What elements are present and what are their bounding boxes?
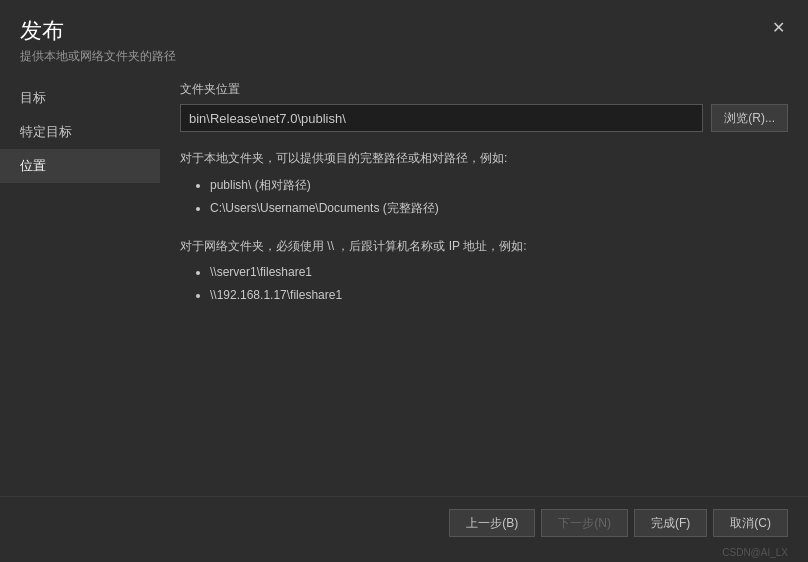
close-button[interactable]: ✕ xyxy=(768,18,788,38)
prev-button[interactable]: 上一步(B) xyxy=(449,509,535,537)
sidebar-item-location-label: 位置 xyxy=(20,158,46,173)
publish-dialog: 发布 提供本地或网络文件夹的路径 ✕ 目标 特定目标 位置 文件夹位置 浏览(R… xyxy=(0,0,808,562)
hint2-item-2: \\192.168.1.17\fileshare1 xyxy=(210,284,788,307)
local-folder-hint: 对于本地文件夹，可以提供项目的完整路径或相对路径，例如: publish\ (相… xyxy=(180,148,788,219)
dialog-subtitle: 提供本地或网络文件夹的路径 xyxy=(20,48,176,65)
hint1-item-2: C:\Users\Username\Documents (完整路径) xyxy=(210,197,788,220)
hint2-intro: 对于网络文件夹，必须使用 \\ ，后跟计算机名称或 IP 地址，例如: xyxy=(180,239,526,253)
main-content: 文件夹位置 浏览(R)... 对于本地文件夹，可以提供项目的完整路径或相对路径，… xyxy=(160,81,808,496)
cancel-button[interactable]: 取消(C) xyxy=(713,509,788,537)
sidebar-item-target[interactable]: 目标 xyxy=(0,81,160,115)
hint2-list: \\server1\fileshare1 \\192.168.1.17\file… xyxy=(180,261,788,307)
hint1-intro: 对于本地文件夹，可以提供项目的完整路径或相对路径，例如: xyxy=(180,151,507,165)
dialog-body: 目标 特定目标 位置 文件夹位置 浏览(R)... 对于本地文件夹，可以提供项目… xyxy=(0,81,808,496)
next-button[interactable]: 下一步(N) xyxy=(541,509,628,537)
finish-button[interactable]: 完成(F) xyxy=(634,509,707,537)
hint1-list: publish\ (相对路径) C:\Users\Username\Docume… xyxy=(180,174,788,220)
hint2-item-1: \\server1\fileshare1 xyxy=(210,261,788,284)
dialog-title: 发布 xyxy=(20,18,176,44)
footer: 上一步(B) 下一步(N) 完成(F) 取消(C) xyxy=(0,496,808,547)
sidebar-item-specific-target[interactable]: 特定目标 xyxy=(0,115,160,149)
hint1-item-1: publish\ (相对路径) xyxy=(210,174,788,197)
sidebar-item-specific-target-label: 特定目标 xyxy=(20,124,72,139)
folder-input-row: 浏览(R)... xyxy=(180,104,788,132)
network-folder-hint: 对于网络文件夹，必须使用 \\ ，后跟计算机名称或 IP 地址，例如: \\se… xyxy=(180,236,788,307)
title-bar: 发布 提供本地或网络文件夹的路径 ✕ xyxy=(0,0,808,65)
watermark: CSDN@AI_LX xyxy=(0,547,808,562)
title-section: 发布 提供本地或网络文件夹的路径 xyxy=(20,18,176,65)
folder-location-label: 文件夹位置 xyxy=(180,81,788,98)
browse-button[interactable]: 浏览(R)... xyxy=(711,104,788,132)
sidebar: 目标 特定目标 位置 xyxy=(0,81,160,496)
folder-path-input[interactable] xyxy=(180,104,703,132)
sidebar-item-target-label: 目标 xyxy=(20,90,46,105)
sidebar-item-location[interactable]: 位置 xyxy=(0,149,160,183)
